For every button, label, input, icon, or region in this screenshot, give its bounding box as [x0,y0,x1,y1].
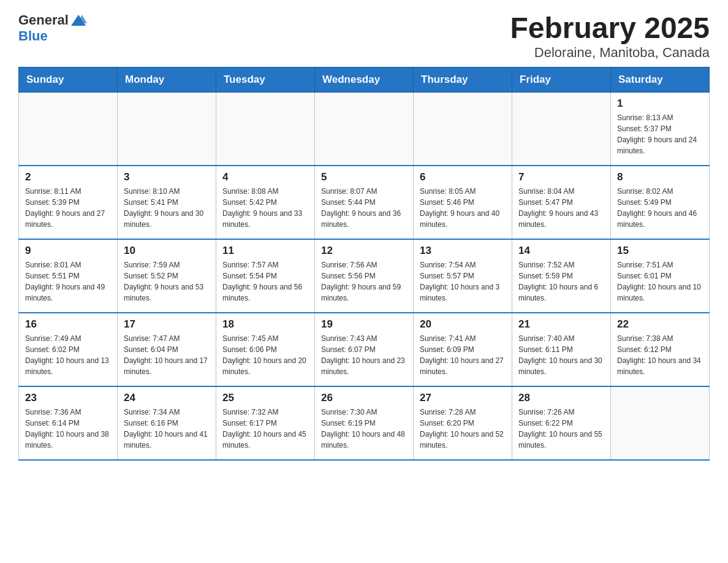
calendar-cell: 3Sunrise: 8:10 AM Sunset: 5:41 PM Daylig… [118,166,216,239]
calendar-cell: 20Sunrise: 7:41 AM Sunset: 6:09 PM Dayli… [414,313,512,386]
day-number: 24 [124,392,210,404]
weekday-header-saturday: Saturday [611,67,710,92]
day-info: Sunrise: 7:56 AM Sunset: 5:56 PM Dayligh… [321,259,407,304]
day-info: Sunrise: 8:02 AM Sunset: 5:49 PM Dayligh… [617,186,703,230]
day-info: Sunrise: 7:54 AM Sunset: 5:57 PM Dayligh… [420,259,506,304]
day-number: 23 [25,392,111,404]
calendar-cell: 21Sunrise: 7:40 AM Sunset: 6:11 PM Dayli… [512,313,611,386]
calendar-cell [216,92,315,166]
day-info: Sunrise: 8:04 AM Sunset: 5:47 PM Dayligh… [518,186,604,230]
calendar-cell [611,386,710,460]
day-info: Sunrise: 8:01 AM Sunset: 5:51 PM Dayligh… [25,259,111,304]
day-info: Sunrise: 7:32 AM Sunset: 6:17 PM Dayligh… [222,407,308,451]
page-header: General Blue February 2025 Deloraine, Ma… [18,12,710,61]
day-info: Sunrise: 8:11 AM Sunset: 5:39 PM Dayligh… [25,186,111,230]
day-info: Sunrise: 7:47 AM Sunset: 6:04 PM Dayligh… [124,333,210,377]
day-number: 18 [222,318,308,331]
calendar-cell: 28Sunrise: 7:26 AM Sunset: 6:22 PM Dayli… [512,386,611,460]
calendar-cell: 17Sunrise: 7:47 AM Sunset: 6:04 PM Dayli… [118,313,216,386]
day-info: Sunrise: 7:38 AM Sunset: 6:12 PM Dayligh… [617,333,703,377]
calendar-cell [118,92,216,166]
weekday-header-row: SundayMondayTuesdayWednesdayThursdayFrid… [19,67,710,92]
calendar-cell: 25Sunrise: 7:32 AM Sunset: 6:17 PM Dayli… [216,386,315,460]
day-info: Sunrise: 7:49 AM Sunset: 6:02 PM Dayligh… [25,333,111,377]
calendar-week-row: 9Sunrise: 8:01 AM Sunset: 5:51 PM Daylig… [19,239,710,313]
calendar-cell: 13Sunrise: 7:54 AM Sunset: 5:57 PM Dayli… [414,239,512,313]
logo-text-blue: Blue [18,28,48,44]
calendar-header: SundayMondayTuesdayWednesdayThursdayFrid… [19,67,710,92]
weekday-header-wednesday: Wednesday [315,67,414,92]
calendar-cell: 6Sunrise: 8:05 AM Sunset: 5:46 PM Daylig… [414,166,512,239]
title-block: February 2025 Deloraine, Manitoba, Canad… [510,12,710,61]
day-number: 25 [222,392,308,404]
day-number: 21 [518,318,604,331]
calendar-cell: 1Sunrise: 8:13 AM Sunset: 5:37 PM Daylig… [611,92,710,166]
day-number: 7 [518,171,604,183]
calendar-table: SundayMondayTuesdayWednesdayThursdayFrid… [18,67,710,461]
day-number: 17 [124,318,210,331]
day-number: 26 [321,392,407,404]
day-number: 3 [124,171,210,183]
calendar-week-row: 23Sunrise: 7:36 AM Sunset: 6:14 PM Dayli… [19,386,710,460]
calendar-week-row: 1Sunrise: 8:13 AM Sunset: 5:37 PM Daylig… [19,92,710,166]
logo-icon [70,12,87,28]
day-info: Sunrise: 7:43 AM Sunset: 6:07 PM Dayligh… [321,333,407,377]
day-number: 4 [222,171,308,183]
day-info: Sunrise: 8:10 AM Sunset: 5:41 PM Dayligh… [124,186,210,230]
calendar-cell: 18Sunrise: 7:45 AM Sunset: 6:06 PM Dayli… [216,313,315,386]
calendar-cell: 22Sunrise: 7:38 AM Sunset: 6:12 PM Dayli… [611,313,710,386]
day-number: 16 [25,318,111,331]
day-info: Sunrise: 7:28 AM Sunset: 6:20 PM Dayligh… [420,407,506,451]
calendar-cell: 7Sunrise: 8:04 AM Sunset: 5:47 PM Daylig… [512,166,611,239]
calendar-cell: 11Sunrise: 7:57 AM Sunset: 5:54 PM Dayli… [216,239,315,313]
day-number: 8 [617,171,703,183]
calendar-body: 1Sunrise: 8:13 AM Sunset: 5:37 PM Daylig… [19,92,710,460]
calendar-cell: 2Sunrise: 8:11 AM Sunset: 5:39 PM Daylig… [19,166,118,239]
day-number: 1 [617,98,703,110]
day-number: 5 [321,171,407,183]
day-info: Sunrise: 7:40 AM Sunset: 6:11 PM Dayligh… [518,333,604,377]
day-number: 28 [518,392,604,404]
calendar-cell: 10Sunrise: 7:59 AM Sunset: 5:52 PM Dayli… [118,239,216,313]
calendar-cell: 19Sunrise: 7:43 AM Sunset: 6:07 PM Dayli… [315,313,414,386]
day-info: Sunrise: 7:41 AM Sunset: 6:09 PM Dayligh… [420,333,506,377]
weekday-header-friday: Friday [512,67,611,92]
calendar-cell: 4Sunrise: 8:08 AM Sunset: 5:42 PM Daylig… [216,166,315,239]
calendar-cell: 8Sunrise: 8:02 AM Sunset: 5:49 PM Daylig… [611,166,710,239]
page-subtitle: Deloraine, Manitoba, Canada [510,45,710,61]
calendar-cell: 23Sunrise: 7:36 AM Sunset: 6:14 PM Dayli… [19,386,118,460]
calendar-cell: 15Sunrise: 7:51 AM Sunset: 6:01 PM Dayli… [611,239,710,313]
logo-text-general: General [18,12,69,28]
calendar-cell: 5Sunrise: 8:07 AM Sunset: 5:44 PM Daylig… [315,166,414,239]
day-number: 11 [222,245,308,257]
day-info: Sunrise: 7:36 AM Sunset: 6:14 PM Dayligh… [25,407,111,451]
day-info: Sunrise: 7:34 AM Sunset: 6:16 PM Dayligh… [124,407,210,451]
day-info: Sunrise: 8:08 AM Sunset: 5:42 PM Dayligh… [222,186,308,230]
day-info: Sunrise: 7:26 AM Sunset: 6:22 PM Dayligh… [518,407,604,451]
calendar-cell [414,92,512,166]
calendar-cell: 24Sunrise: 7:34 AM Sunset: 6:16 PM Dayli… [118,386,216,460]
day-info: Sunrise: 7:57 AM Sunset: 5:54 PM Dayligh… [222,259,308,304]
calendar-cell [512,92,611,166]
day-number: 9 [25,245,111,257]
calendar-cell: 9Sunrise: 8:01 AM Sunset: 5:51 PM Daylig… [19,239,118,313]
day-number: 27 [420,392,506,404]
day-number: 19 [321,318,407,331]
calendar-cell: 12Sunrise: 7:56 AM Sunset: 5:56 PM Dayli… [315,239,414,313]
logo: General Blue [18,12,88,44]
day-number: 20 [420,318,506,331]
calendar-week-row: 2Sunrise: 8:11 AM Sunset: 5:39 PM Daylig… [19,166,710,239]
weekday-header-sunday: Sunday [19,67,118,92]
day-number: 22 [617,318,703,331]
calendar-cell [19,92,118,166]
day-info: Sunrise: 7:59 AM Sunset: 5:52 PM Dayligh… [124,259,210,304]
day-info: Sunrise: 7:52 AM Sunset: 5:59 PM Dayligh… [518,259,604,304]
day-info: Sunrise: 7:51 AM Sunset: 6:01 PM Dayligh… [617,259,703,304]
calendar-cell: 14Sunrise: 7:52 AM Sunset: 5:59 PM Dayli… [512,239,611,313]
day-number: 13 [420,245,506,257]
day-number: 10 [124,245,210,257]
day-number: 12 [321,245,407,257]
weekday-header-monday: Monday [118,67,216,92]
day-number: 15 [617,245,703,257]
day-info: Sunrise: 7:45 AM Sunset: 6:06 PM Dayligh… [222,333,308,377]
